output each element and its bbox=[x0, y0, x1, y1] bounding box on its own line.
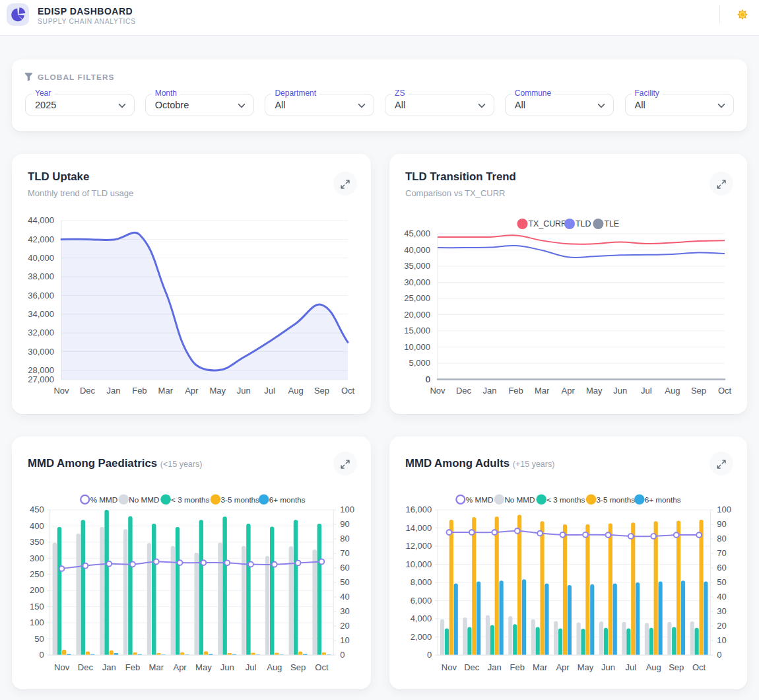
svg-text:Mar: Mar bbox=[158, 386, 174, 396]
svg-text:Feb: Feb bbox=[132, 386, 147, 396]
svg-text:Apr: Apr bbox=[556, 662, 570, 672]
svg-text:45,000: 45,000 bbox=[404, 228, 430, 238]
svg-text:Jul: Jul bbox=[625, 662, 636, 672]
svg-text:Nov: Nov bbox=[54, 662, 70, 672]
svg-text:6+ months: 6+ months bbox=[269, 495, 306, 504]
svg-text:40,000: 40,000 bbox=[404, 245, 430, 255]
svg-text:Oct: Oct bbox=[315, 662, 329, 672]
svg-text:30,000: 30,000 bbox=[404, 277, 430, 287]
svg-text:Jul: Jul bbox=[264, 386, 275, 396]
svg-text:Jul: Jul bbox=[641, 386, 652, 396]
svg-text:10,000: 10,000 bbox=[404, 342, 430, 352]
svg-text:50: 50 bbox=[34, 634, 44, 644]
svg-text:Jan: Jan bbox=[102, 662, 116, 672]
svg-text:40: 40 bbox=[340, 592, 349, 602]
svg-text:Aug: Aug bbox=[665, 386, 680, 396]
svg-text:12,000: 12,000 bbox=[405, 541, 432, 551]
svg-text:70: 70 bbox=[717, 548, 726, 558]
svg-text:Aug: Aug bbox=[646, 662, 661, 672]
svg-text:40,000: 40,000 bbox=[28, 253, 54, 263]
svg-text:10: 10 bbox=[340, 635, 349, 645]
svg-text:80: 80 bbox=[340, 534, 349, 543]
svg-text:50: 50 bbox=[717, 577, 726, 587]
svg-text:May: May bbox=[195, 662, 212, 672]
svg-text:36,000: 36,000 bbox=[28, 291, 54, 300]
svg-text:30: 30 bbox=[340, 606, 349, 616]
svg-text:90: 90 bbox=[340, 519, 349, 529]
svg-text:150: 150 bbox=[30, 602, 44, 612]
svg-text:% MMD: % MMD bbox=[90, 495, 118, 504]
svg-text:Jan: Jan bbox=[106, 386, 120, 396]
svg-text:Dec: Dec bbox=[464, 662, 480, 672]
svg-text:TLD: TLD bbox=[576, 219, 591, 228]
svg-text:60: 60 bbox=[340, 563, 349, 573]
svg-text:< 3 months: < 3 months bbox=[171, 495, 209, 504]
svg-text:Feb: Feb bbox=[125, 662, 140, 672]
svg-text:Mar: Mar bbox=[149, 662, 164, 672]
svg-text:50: 50 bbox=[340, 577, 349, 587]
svg-text:15,000: 15,000 bbox=[404, 326, 430, 335]
svg-text:3-5 months: 3-5 months bbox=[597, 495, 636, 504]
svg-text:Jun: Jun bbox=[613, 386, 627, 396]
svg-text:90: 90 bbox=[717, 519, 726, 529]
svg-text:4,000: 4,000 bbox=[411, 613, 432, 623]
svg-text:Oct: Oct bbox=[341, 386, 355, 396]
svg-text:28,000: 28,000 bbox=[28, 365, 54, 375]
svg-text:Sep: Sep bbox=[669, 662, 684, 672]
svg-text:100: 100 bbox=[30, 617, 44, 627]
svg-text:Dec: Dec bbox=[80, 386, 96, 396]
svg-text:16,000: 16,000 bbox=[405, 505, 432, 514]
svg-text:Jun: Jun bbox=[601, 662, 615, 672]
svg-text:5,000: 5,000 bbox=[409, 358, 430, 368]
svg-text:0: 0 bbox=[39, 650, 44, 660]
svg-text:30: 30 bbox=[717, 606, 726, 616]
svg-text:20: 20 bbox=[717, 621, 726, 631]
svg-text:35,000: 35,000 bbox=[404, 261, 430, 271]
svg-text:No MMD: No MMD bbox=[129, 495, 159, 504]
svg-text:0: 0 bbox=[717, 650, 721, 660]
svg-text:Sep: Sep bbox=[290, 662, 306, 672]
svg-text:0: 0 bbox=[340, 650, 345, 660]
svg-text:40: 40 bbox=[717, 592, 726, 602]
svg-text:350: 350 bbox=[30, 537, 44, 547]
svg-text:< 3 months: < 3 months bbox=[546, 495, 585, 504]
svg-text:44,000: 44,000 bbox=[28, 215, 54, 225]
svg-text:Nov: Nov bbox=[430, 386, 446, 396]
svg-text:60: 60 bbox=[717, 563, 726, 573]
svg-text:34,000: 34,000 bbox=[28, 309, 54, 319]
svg-text:Aug: Aug bbox=[288, 386, 304, 396]
svg-text:100: 100 bbox=[717, 505, 731, 514]
svg-text:Oct: Oct bbox=[692, 662, 706, 672]
svg-text:Sep: Sep bbox=[691, 386, 706, 396]
svg-text:Apr: Apr bbox=[173, 662, 187, 672]
svg-text:Feb: Feb bbox=[508, 386, 523, 396]
svg-text:6,000: 6,000 bbox=[411, 596, 432, 606]
svg-text:450: 450 bbox=[30, 505, 44, 514]
svg-text:32,000: 32,000 bbox=[28, 328, 54, 337]
svg-text:May: May bbox=[209, 386, 226, 396]
svg-text:Jan: Jan bbox=[483, 386, 497, 396]
svg-text:Nov: Nov bbox=[442, 662, 457, 672]
svg-text:30,000: 30,000 bbox=[28, 347, 54, 357]
svg-text:Apr: Apr bbox=[185, 386, 199, 396]
svg-text:0: 0 bbox=[426, 374, 430, 384]
svg-text:Jan: Jan bbox=[488, 662, 502, 672]
svg-text:42,000: 42,000 bbox=[28, 234, 54, 244]
svg-text:20,000: 20,000 bbox=[404, 310, 430, 320]
svg-text:May: May bbox=[578, 662, 594, 672]
svg-text:10: 10 bbox=[717, 635, 726, 645]
svg-text:6+ months: 6+ months bbox=[645, 495, 681, 504]
svg-text:TX_CURR: TX_CURR bbox=[529, 219, 568, 228]
svg-text:25,000: 25,000 bbox=[404, 293, 430, 303]
svg-text:No MMD: No MMD bbox=[504, 495, 535, 504]
svg-text:3-5 months: 3-5 months bbox=[221, 495, 260, 504]
svg-text:10,000: 10,000 bbox=[405, 559, 432, 569]
svg-text:400: 400 bbox=[30, 521, 44, 531]
svg-text:27,000: 27,000 bbox=[28, 374, 54, 384]
svg-text:Dec: Dec bbox=[456, 386, 472, 396]
svg-text:8,000: 8,000 bbox=[411, 577, 432, 587]
svg-text:Jul: Jul bbox=[246, 662, 257, 672]
svg-text:Dec: Dec bbox=[78, 662, 94, 672]
svg-text:14,000: 14,000 bbox=[405, 523, 432, 533]
svg-text:Mar: Mar bbox=[535, 386, 550, 396]
